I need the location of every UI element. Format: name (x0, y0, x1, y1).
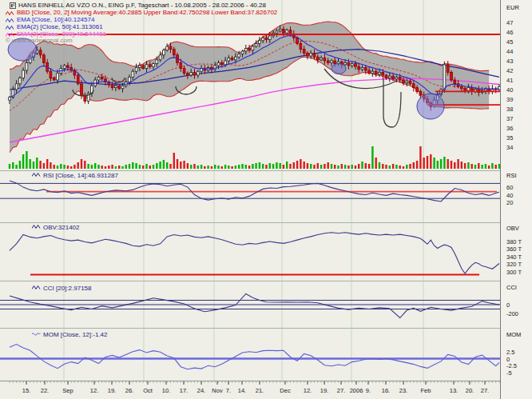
indicator-zigzag-icon (32, 172, 41, 179)
tradesignal-watermark: © www.tradesignal.com (6, 38, 73, 44)
chart-canvas[interactable] (0, 0, 532, 399)
chart-title-label: HANS EINHELL AG VZO O.N., EING p.F, Tage… (18, 2, 266, 9)
time-tick-label: Nov (212, 387, 222, 394)
cci-tick-label: -200 (506, 310, 518, 317)
time-tick-label: 9. (366, 387, 371, 394)
obv-panel-label-text: OBV:321402 (43, 225, 80, 231)
price-tick-label: 36 (506, 125, 513, 132)
legend-ema50-label: EMA(2) [Close, 50]:41.313061 (17, 24, 103, 30)
cci-axis-unit: CCI (506, 284, 517, 291)
obv-panel-label[interactable]: OBV:321402 (32, 224, 80, 231)
time-tick-label: 14. (238, 387, 246, 394)
time-tick-label: 20. (466, 387, 474, 394)
price-tick-label: 44 (506, 48, 513, 55)
chart-title[interactable]: HANS EINHELL AG VZO O.N., EING p.F, Tage… (10, 2, 266, 9)
time-tick-label: 21. (256, 387, 264, 394)
cci-tick-label: 0 (506, 301, 510, 309)
price-tick-label: 42 (506, 67, 513, 74)
time-tick-label: 13. (450, 387, 458, 394)
rsi-tick-label: 20 (506, 199, 513, 206)
price-tick-label: 35 (506, 134, 513, 142)
time-tick-label: 2006 (350, 387, 363, 394)
price-tick-label: 47 (506, 19, 513, 26)
time-tick-label: 22. (41, 387, 49, 394)
price-tick-label: 34 (506, 144, 513, 151)
obv-tick-label: 360 T (506, 245, 522, 253)
time-tick-label: 27. (481, 387, 489, 394)
price-tick-label: 45 (506, 38, 513, 46)
indicator-zigzag-icon (6, 18, 14, 23)
rsi-tick-label: 40 (506, 192, 513, 199)
time-tick-label: 7. (226, 387, 231, 394)
time-tick-label: 19. (320, 387, 328, 394)
mom-panel-label[interactable]: MOM [Close, 12]:-1.42 (32, 331, 107, 339)
time-tick-label: Sep (62, 387, 73, 394)
time-tick-label: 12. (90, 387, 98, 394)
mom-panel-label-text: MOM [Close, 12]:-1.42 (43, 332, 107, 338)
legend-ema10[interactable]: EMA [Close, 10]:40.124574 (6, 17, 94, 23)
price-tick-label: 41 (506, 77, 513, 84)
price-tick-label: 43 (506, 58, 513, 65)
rsi-panel-label-text: RSI [Close, 14]:46.931287 (43, 173, 118, 179)
legend-bbd-label: BBD [Close, 20, 2] Moving Average:40.288… (17, 10, 277, 16)
obv-tick-label: 320 T (506, 261, 522, 268)
obv-tick-label: 300 T (506, 269, 522, 276)
time-tick-label: 17. (180, 387, 188, 394)
time-tick-label: 23. (399, 387, 407, 394)
cci-panel-label[interactable]: CCI [20]:2.97158 (32, 285, 91, 292)
indicator-zigzag-icon (32, 224, 41, 231)
mom-axis-unit: MOM (506, 331, 521, 338)
legend-ema50[interactable]: EMA(2) [Close, 50]:41.313061 (6, 24, 103, 30)
cci-panel-label-text: CCI [20]:2.97158 (43, 285, 91, 292)
legend-ema10-label: EMA [Close, 10]:40.124574 (17, 17, 94, 23)
price-tick-label: 37 (506, 115, 513, 122)
time-tick-label: 12. (304, 387, 312, 394)
price-tick-label: 46 (506, 29, 513, 36)
indicator-zigzag-icon (6, 10, 14, 16)
rsi-tick-label: 60 (506, 184, 513, 191)
price-tick-label: 38 (506, 106, 513, 113)
time-tick-label: 16. (382, 387, 390, 394)
chart-window-icon (10, 2, 16, 9)
time-tick-label: 24. (197, 387, 205, 394)
obv-axis-unit: OBV (506, 225, 519, 232)
mom-tick-label: -5 (506, 369, 512, 377)
indicator-zigzag-icon (32, 285, 41, 292)
price-axis[interactable]: EUR RSI OBV CCI MOM 47464544434241403938… (500, 0, 532, 399)
time-tick-label: Dec (280, 387, 290, 394)
momentum-wave-icon (32, 331, 41, 339)
time-tick-label: 27. (337, 387, 345, 394)
price-tick-label: 40 (506, 86, 513, 94)
time-tick-label: 15. (22, 387, 30, 394)
time-tick-label: 10. (162, 387, 170, 394)
time-tick-label: Oct (143, 387, 153, 394)
price-axis-unit: EUR (506, 4, 519, 11)
time-tick-label: Feb (421, 387, 431, 394)
obv-tick-label: 340 T (506, 253, 522, 261)
rsi-axis-unit: RSI (506, 172, 517, 179)
time-tick-label: 26. (125, 387, 133, 394)
legend-bbd[interactable]: BBD [Close, 20, 2] Moving Average:40.288… (6, 10, 277, 16)
rsi-panel-label[interactable]: RSI [Close, 14]:46.931287 (32, 172, 118, 179)
obv-tick-label: 380 T (506, 238, 522, 245)
indicator-zigzag-icon (6, 25, 14, 30)
time-tick-label: 19. (108, 387, 116, 394)
price-tick-label: 39 (506, 96, 513, 103)
chart-window: HANS EINHELL AG VZO O.N., EING p.F, Tage… (0, 0, 532, 399)
